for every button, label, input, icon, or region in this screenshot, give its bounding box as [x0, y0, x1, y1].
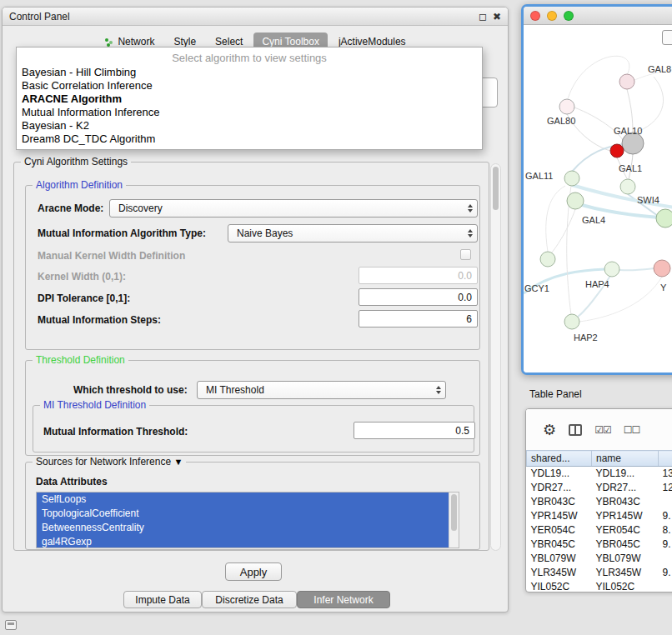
deselect-all-icon[interactable]: ☐☐ — [624, 424, 640, 436]
table-panel-window: ⚙ ☑☑ ☐☐ shared...name YDL19...YDL19...13… — [525, 408, 672, 592]
network-node[interactable] — [567, 192, 584, 209]
table-cell: YIL052C — [527, 580, 592, 593]
list-scrollbar-thumb[interactable] — [451, 494, 457, 531]
control-panel-title: Control Panel — [9, 11, 70, 22]
network-edge[interactable] — [551, 209, 575, 253]
list-item[interactable]: gal4RGexp — [37, 535, 459, 548]
table-row[interactable]: YER054CYER054C8. — [527, 523, 672, 538]
network-edge[interactable] — [546, 186, 565, 252]
network-node[interactable] — [540, 252, 555, 267]
sources-title-text: Sources for Network Inference — [36, 456, 171, 468]
kernel-width-field[interactable] — [359, 267, 478, 284]
table-row[interactable]: YBR045CYBR045C9. — [527, 538, 672, 552]
which-threshold-select[interactable]: MI Threshold — [197, 381, 446, 399]
network-node[interactable] — [564, 314, 579, 329]
network-node[interactable] — [610, 144, 624, 158]
mi-threshold-field[interactable] — [354, 422, 475, 439]
settings-scrollbar[interactable] — [490, 163, 501, 551]
list-item[interactable]: SelfLoops — [37, 492, 459, 507]
table-row[interactable]: YBL079WYBL079W — [527, 552, 672, 566]
network-node[interactable] — [619, 74, 634, 89]
sources-group-title[interactable]: Sources for Network Inference ▼ — [33, 456, 186, 468]
close-window-icon[interactable]: ✖ — [493, 12, 501, 22]
list-scrollbar[interactable] — [449, 492, 459, 548]
cyni-settings-title: Cyni Algorithm Settings — [21, 156, 131, 168]
select-all-icon[interactable]: ☑☑ — [594, 424, 611, 436]
network-icon — [104, 38, 113, 47]
table-row[interactable]: YBR043CYBR043C — [527, 495, 672, 509]
table-cell — [659, 495, 672, 509]
manual-kernel-checkbox[interactable] — [460, 249, 471, 260]
algorithm-option[interactable]: Bayesian - Hill Climbing — [17, 66, 482, 79]
bottom-tab-discretize-data[interactable]: Discretize Data — [202, 591, 297, 608]
gear-icon[interactable]: ⚙ — [543, 422, 556, 438]
network-node[interactable] — [604, 262, 619, 277]
list-item[interactable]: BetweennessCentrality — [37, 521, 459, 535]
network-edge[interactable] — [633, 77, 664, 133]
cyni-settings-group: Cyni Algorithm Settings Algorithm Defini… — [13, 162, 489, 551]
table-cell: YIL052C — [592, 580, 659, 593]
settings-scrollbar-thumb[interactable] — [493, 167, 499, 210]
mi-steps-label: Mutual Information Steps: — [38, 314, 161, 326]
panel-restore-icon[interactable] — [5, 620, 17, 630]
network-node[interactable] — [656, 209, 672, 228]
table-row[interactable]: YLR345WYLR345W9. — [527, 566, 672, 580]
table-row[interactable]: YDR27...YDR27...12 — [527, 481, 672, 495]
table-cell: YDR27... — [527, 481, 592, 495]
network-node-label: Y — [660, 282, 667, 292]
data-attributes-items: SelfLoopsTopologicalCoefficientBetweenne… — [37, 492, 459, 548]
bottom-tab-infer-network[interactable]: Infer Network — [297, 591, 390, 608]
table-cell — [659, 580, 672, 593]
table-cell: YLR345W — [592, 566, 659, 580]
network-tool-button[interactable] — [662, 30, 672, 45]
bottom-tab-impute-data[interactable]: Impute Data — [123, 591, 202, 608]
algorithm-option[interactable]: ARACNE Algorithm — [17, 92, 482, 106]
table-cell: 9. — [659, 566, 672, 580]
columns-icon[interactable] — [569, 424, 582, 436]
column-header[interactable]: shared... — [527, 451, 592, 467]
mi-type-select[interactable]: Naive Bayes — [228, 224, 478, 242]
aracne-mode-select[interactable]: Discovery — [109, 199, 478, 218]
network-canvas[interactable]: GAL8GAL80GAL10GAL11GAL1SWI4GAL4GCY1HAP4H… — [524, 25, 672, 372]
table-cell: 9. — [659, 538, 672, 552]
apply-button[interactable]: Apply — [225, 562, 282, 581]
algorithm-option[interactable]: Dream8 DC_TDC Algorithm — [17, 132, 482, 146]
node-table: shared...name YDL19...YDL19...13YDR27...… — [526, 450, 672, 592]
table-cell: YBR043C — [592, 495, 659, 509]
network-edge[interactable] — [619, 268, 654, 270]
chevron-updown-icon — [436, 386, 441, 394]
mi-steps-field[interactable] — [359, 310, 478, 328]
table-row[interactable]: YPR145WYPR145W9. — [527, 509, 672, 523]
network-node[interactable] — [654, 260, 670, 277]
network-node-label: GAL11 — [525, 171, 553, 181]
network-svg: GAL8GAL80GAL10GAL11GAL1SWI4GAL4GCY1HAP4H… — [524, 25, 672, 372]
algorithm-definition-title: Algorithm Definition — [33, 179, 126, 191]
kernel-width-label: Kernel Width (0,1): — [38, 271, 126, 282]
algorithm-option[interactable]: Basic Correlation Inference — [17, 79, 482, 92]
network-node[interactable] — [620, 179, 635, 194]
table-row[interactable]: YIL052CYIL052C — [527, 580, 672, 593]
dpi-tolerance-field[interactable] — [359, 288, 478, 306]
network-node[interactable] — [564, 171, 579, 186]
network-window-titlebar[interactable] — [524, 7, 672, 25]
column-header[interactable] — [659, 451, 672, 467]
control-panel-titlebar[interactable]: Control Panel ◻ ✖ — [3, 8, 508, 26]
list-item[interactable]: TopologicalCoefficient — [37, 507, 459, 521]
mi-threshold-group-title: MI Threshold Definition — [40, 399, 149, 411]
mac-zoom-icon[interactable] — [564, 11, 574, 21]
data-attributes-list[interactable]: SelfLoopsTopologicalCoefficientBetweenne… — [36, 492, 459, 548]
mac-minimize-icon[interactable] — [547, 11, 557, 21]
algorithm-option[interactable]: Mutual Information Inference — [17, 106, 482, 119]
float-window-icon[interactable]: ◻ — [479, 12, 487, 22]
sources-group: Sources for Network Inference ▼ Data Att… — [25, 462, 480, 550]
table-row[interactable]: YDL19...YDL19...13 — [527, 467, 672, 481]
aracne-mode-value: Discovery — [118, 202, 163, 214]
collapse-down-arrow-icon[interactable]: ▼ — [173, 457, 183, 467]
data-attributes-label: Data Attributes — [36, 476, 108, 488]
network-node[interactable] — [559, 99, 574, 114]
table-cell: 13 — [659, 467, 672, 481]
algorithm-option[interactable]: Bayesian - K2 — [17, 119, 482, 132]
table-cell: YPR145W — [527, 509, 592, 523]
mac-close-icon[interactable] — [530, 11, 540, 21]
column-header[interactable]: name — [592, 451, 659, 467]
